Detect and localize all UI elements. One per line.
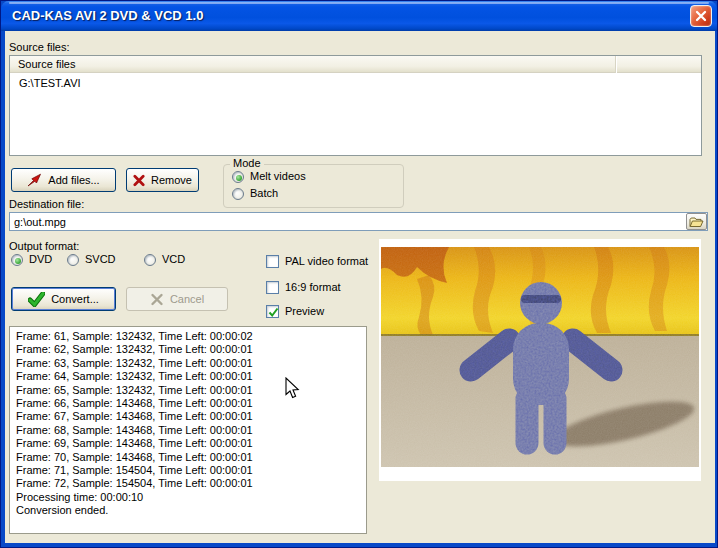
log-line: Frame: 63, Sample: 132432, Time Left: 00…: [16, 357, 366, 370]
radio-melt-videos[interactable]: [232, 171, 244, 183]
checkbox-preview[interactable]: [266, 305, 279, 318]
list-item-file[interactable]: G:\TEST.AVI: [19, 77, 81, 89]
log-line: Frame: 62, Sample: 132432, Time Left: 00…: [16, 343, 366, 356]
source-files-label: Source files:: [9, 41, 70, 53]
log-line: Frame: 72, Sample: 154504, Time Left: 00…: [16, 477, 366, 490]
destination-input[interactable]: g:\out.mpg: [9, 212, 708, 231]
radio-batch-label[interactable]: Batch: [250, 187, 278, 199]
radio-batch[interactable]: [232, 188, 244, 200]
close-icon: [694, 9, 708, 23]
browse-button[interactable]: [686, 213, 707, 230]
log-line: Frame: 69, Sample: 143468, Time Left: 00…: [16, 437, 366, 450]
source-files-list[interactable]: Source files G:\TEST.AVI: [9, 55, 702, 156]
preview-panel: [379, 239, 701, 481]
client-area: Source files: Source files G:\TEST.AVI A…: [5, 31, 715, 543]
remove-icon: [133, 174, 145, 187]
destination-value: g:\out.mpg: [14, 216, 66, 228]
log-line: Frame: 67, Sample: 143468, Time Left: 00…: [16, 410, 366, 423]
log-line: Processing time: 00:00:10: [16, 491, 366, 504]
log-line: Conversion ended.: [16, 504, 366, 517]
add-files-icon: [27, 173, 42, 187]
preview-video-image: [379, 239, 701, 481]
radio-vcd[interactable]: [144, 254, 156, 266]
checkbox-pal-label[interactable]: PAL video format: [285, 255, 368, 267]
check-icon: [267, 306, 280, 319]
column-header-source-files[interactable]: Source files: [10, 56, 614, 73]
log-line: Frame: 65, Sample: 132432, Time Left: 00…: [16, 384, 366, 397]
convert-button[interactable]: Convert...: [11, 287, 116, 311]
log-line: Frame: 64, Sample: 132432, Time Left: 00…: [16, 370, 366, 383]
log-line: Frame: 61, Sample: 132432, Time Left: 00…: [16, 330, 366, 343]
convert-label: Convert...: [51, 293, 99, 305]
cancel-button[interactable]: Cancel: [126, 287, 228, 311]
log-line: Frame: 66, Sample: 143468, Time Left: 00…: [16, 397, 366, 410]
radio-dvd[interactable]: [11, 254, 23, 266]
list-header: Source files: [10, 56, 701, 73]
conversion-log[interactable]: Frame: 61, Sample: 132432, Time Left: 00…: [9, 326, 367, 534]
checkbox-169[interactable]: [266, 281, 279, 294]
convert-check-icon: [28, 292, 45, 307]
checkbox-preview-label[interactable]: Preview: [285, 305, 324, 317]
mode-legend: Mode: [230, 157, 264, 169]
close-button[interactable]: [690, 5, 712, 27]
cancel-label: Cancel: [170, 293, 204, 305]
window-title: CAD-KAS AVI 2 DVD & VCD 1.0: [12, 1, 203, 31]
add-files-label: Add files...: [48, 174, 99, 186]
app-window: CAD-KAS AVI 2 DVD & VCD 1.0 Source files…: [0, 0, 718, 548]
radio-svcd[interactable]: [67, 254, 79, 266]
radio-svcd-label[interactable]: SVCD: [85, 253, 116, 265]
column-header-extra[interactable]: [615, 56, 701, 73]
mode-groupbox: Mode Melt videos Batch: [223, 164, 404, 208]
log-line: Frame: 71, Sample: 154504, Time Left: 00…: [16, 464, 366, 477]
title-bar[interactable]: CAD-KAS AVI 2 DVD & VCD 1.0: [1, 1, 717, 31]
remove-label: Remove: [151, 174, 192, 186]
radio-melt-videos-label[interactable]: Melt videos: [250, 170, 306, 182]
checkbox-169-label[interactable]: 16:9 format: [285, 281, 341, 293]
checkbox-pal[interactable]: [266, 255, 279, 268]
cancel-x-icon: [150, 293, 164, 306]
radio-dvd-label[interactable]: DVD: [29, 253, 52, 265]
log-line: Frame: 70, Sample: 143468, Time Left: 00…: [16, 451, 366, 464]
log-line: Frame: 68, Sample: 143468, Time Left: 00…: [16, 424, 366, 437]
destination-file-label: Destination file:: [9, 198, 84, 210]
remove-button[interactable]: Remove: [126, 168, 199, 192]
open-folder-icon: [689, 216, 704, 228]
output-format-label: Output format:: [9, 240, 79, 252]
add-files-button[interactable]: Add files...: [11, 168, 116, 192]
radio-vcd-label[interactable]: VCD: [162, 253, 185, 265]
